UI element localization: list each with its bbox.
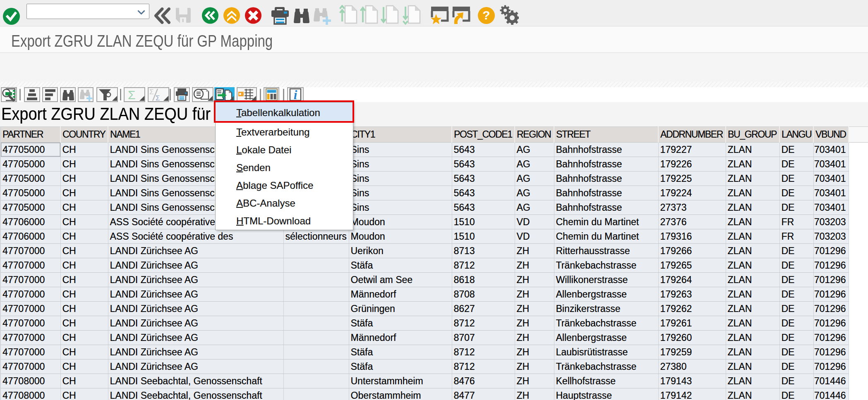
svg-text:Σ: Σ [149, 88, 154, 96]
svg-text:Σ: Σ [128, 88, 136, 102]
svg-text:i: i [294, 88, 297, 102]
svg-text:?: ? [482, 8, 490, 22]
svg-text:Σ: Σ [156, 94, 160, 102]
